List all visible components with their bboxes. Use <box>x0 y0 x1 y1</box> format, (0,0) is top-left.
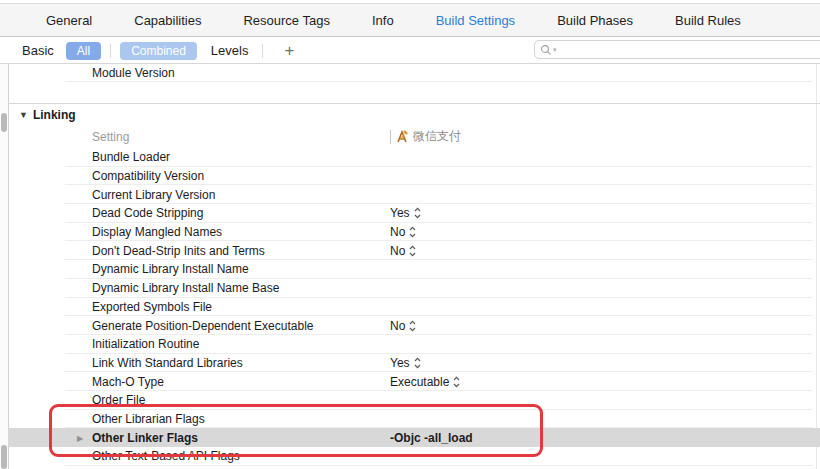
tab-general[interactable]: General <box>46 13 92 28</box>
setting-label: Exported Symbols File <box>92 300 212 314</box>
setting-row[interactable]: ▶ Other Text-Based API Flags <box>8 447 820 466</box>
setting-value-wrap[interactable]: Yes <box>390 206 421 220</box>
tab-build-rules[interactable]: Build Rules <box>675 13 741 28</box>
setting-value-wrap[interactable]: No <box>390 244 416 258</box>
filter-combined-button[interactable]: Combined <box>120 42 197 60</box>
setting-label: Link With Standard Libraries <box>92 356 243 370</box>
setting-label: Compatibility Version <box>92 169 204 183</box>
up-down-stepper-icon[interactable] <box>414 207 421 219</box>
section-title: Linking <box>33 108 76 122</box>
settings-rows: ▶ Bundle Loader ▶ Compatibility Version … <box>8 148 820 466</box>
setting-label: Initialization Routine <box>92 337 199 351</box>
setting-label: Other Linker Flags <box>92 431 198 445</box>
build-settings-table: Module Version ▼ Linking Setting 微信支付 ▶ … <box>0 64 820 469</box>
setting-row[interactable]: ▶ Compatibility Version <box>8 167 820 186</box>
setting-row[interactable]: ▶ Bundle Loader <box>8 148 820 167</box>
setting-label: Other Text-Based API Flags <box>92 449 240 463</box>
up-down-stepper-icon[interactable] <box>409 226 416 238</box>
column-divider <box>390 130 391 144</box>
filter-separator <box>110 44 111 58</box>
add-build-setting-button[interactable]: + <box>284 44 294 58</box>
setting-row[interactable]: ▶ Current Library Version <box>8 185 820 204</box>
setting-value-wrap[interactable]: No <box>390 319 416 333</box>
setting-row[interactable]: ▶ Display Mangled Names No <box>8 223 820 242</box>
tab-build-settings[interactable]: Build Settings <box>436 13 516 28</box>
search-field[interactable]: ▾ <box>534 40 820 59</box>
xcode-project-icon <box>395 130 409 144</box>
setting-row[interactable]: ▶ Dynamic Library Install Name Base <box>8 279 820 298</box>
tab-capabilities[interactable]: Capabilities <box>134 13 201 28</box>
setting-value: No <box>390 244 405 258</box>
setting-label: Generate Position-Dependent Executable <box>92 319 313 333</box>
setting-row[interactable]: ▶ Exported Symbols File <box>8 298 820 317</box>
setting-label: Don't Dead-Strip Inits and Terms <box>92 244 265 258</box>
setting-label: Current Library Version <box>92 188 215 202</box>
tab-build-phases[interactable]: Build Phases <box>557 13 633 28</box>
setting-value-wrap[interactable]: Executable <box>390 375 460 389</box>
setting-label: Dead Code Stripping <box>92 206 203 220</box>
setting-value: No <box>390 319 405 333</box>
filter-levels-button[interactable]: Levels <box>211 43 249 58</box>
setting-row[interactable]: ▶ Other Linker Flags -Objc -all_load <box>8 428 820 447</box>
setting-value: Yes <box>390 206 410 220</box>
setting-row[interactable]: ▶ Dynamic Library Install Name <box>8 260 820 279</box>
column-header-target: 微信支付 <box>390 128 461 145</box>
section-divider <box>8 103 820 104</box>
setting-label: Dynamic Library Install Name <box>92 262 249 276</box>
scrollbar-thumb[interactable] <box>1 113 7 132</box>
setting-value-wrap[interactable]: No <box>390 225 416 239</box>
setting-row[interactable]: ▶ Other Librarian Flags <box>8 410 820 429</box>
setting-value: Yes <box>390 356 410 370</box>
setting-label: Module Version <box>92 66 175 80</box>
setting-value: -Objc -all_load <box>390 431 473 445</box>
setting-value: No <box>390 225 405 239</box>
filter-all-button[interactable]: All <box>66 42 101 60</box>
up-down-stepper-icon[interactable] <box>453 376 460 388</box>
column-header-row: Setting 微信支付 <box>8 126 820 148</box>
setting-label: Dynamic Library Install Name Base <box>92 281 279 295</box>
up-down-stepper-icon[interactable] <box>409 245 416 257</box>
setting-row[interactable]: ▶ Generate Position-Dependent Executable… <box>8 316 820 335</box>
linking-section-header[interactable]: ▼ Linking <box>8 104 76 126</box>
search-input[interactable] <box>557 41 820 58</box>
scrollbar-thumb[interactable] <box>1 445 7 469</box>
setting-row[interactable]: ▶ Don't Dead-Strip Inits and Terms No <box>8 241 820 260</box>
filter-basic-button[interactable]: Basic <box>22 43 54 58</box>
up-down-stepper-icon[interactable] <box>414 357 421 369</box>
tab-info[interactable]: Info <box>372 13 394 28</box>
setting-label: Order File <box>92 393 145 407</box>
section-disclosure-icon[interactable]: ▼ <box>19 110 28 120</box>
up-down-stepper-icon[interactable] <box>409 320 416 332</box>
setting-value-wrap[interactable]: Yes <box>390 356 421 370</box>
setting-label: Display Mangled Names <box>92 225 222 239</box>
setting-row[interactable]: ▶ Mach-O Type Executable <box>8 372 820 391</box>
column-header-setting: Setting <box>92 130 129 144</box>
setting-label: Other Librarian Flags <box>92 412 205 426</box>
row-disclosure-icon[interactable]: ▶ <box>77 433 83 442</box>
tab-resource-tags[interactable]: Resource Tags <box>243 13 329 28</box>
magnifier-icon <box>540 44 552 56</box>
setting-label: Bundle Loader <box>92 150 170 164</box>
setting-row[interactable]: ▶ Link With Standard Libraries Yes <box>8 354 820 373</box>
setting-label: Mach-O Type <box>92 375 164 389</box>
setting-value-wrap[interactable]: -Objc -all_load <box>390 431 473 445</box>
setting-row[interactable]: ▶ Initialization Routine <box>8 335 820 354</box>
target-name: 微信支付 <box>413 128 461 145</box>
setting-row-module-version[interactable]: Module Version <box>8 64 820 82</box>
setting-row[interactable]: ▶ Order File <box>8 391 820 410</box>
filter-separator <box>262 44 263 58</box>
tab-bar: GeneralCapabilitiesResource TagsInfoBuil… <box>0 3 820 37</box>
filter-bar: Basic All Combined Levels + ▾ <box>0 38 820 64</box>
setting-row[interactable]: ▶ Dead Code Stripping Yes <box>8 204 820 223</box>
setting-value: Executable <box>390 375 449 389</box>
